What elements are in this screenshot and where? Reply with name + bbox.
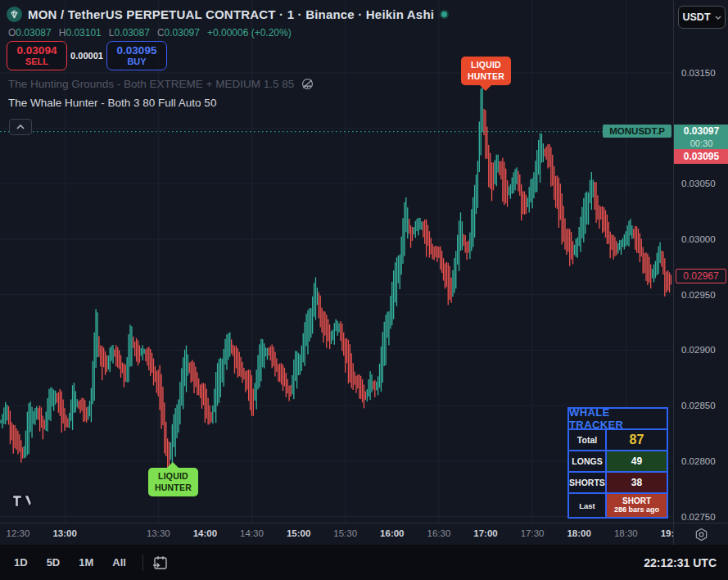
time-tick-container: 12:3013:0013:3014:0014:3015:0015:3016:00… bbox=[0, 523, 673, 546]
last-value: SHORT 286 bars ago bbox=[607, 494, 667, 517]
whale-tracker-panel[interactable]: WHALE TRACKER Total 87 LONGS 49 SHORTS 3… bbox=[567, 407, 668, 519]
sell-price: 0.03094 bbox=[17, 44, 57, 57]
last-bars-ago: 286 bars ago bbox=[614, 506, 659, 514]
callout-line: LIQUID bbox=[155, 471, 192, 483]
callout-line: HUNTER bbox=[468, 71, 504, 83]
sell-label: SELL bbox=[25, 57, 48, 67]
alert-price-label[interactable]: 0.02967 bbox=[676, 269, 726, 283]
close-value: 0.03097 bbox=[165, 27, 200, 39]
hexagon-settings-icon bbox=[694, 528, 708, 541]
eye-slash-icon[interactable] bbox=[301, 78, 314, 90]
table-row: Total 87 bbox=[569, 430, 667, 451]
tradingview-logo-icon[interactable] bbox=[11, 492, 35, 514]
buy-price: 0.03095 bbox=[117, 44, 157, 57]
chart-plot-area[interactable]: MON / TetherUS PERPETUAL CONTRACT · 1 · … bbox=[0, 0, 673, 523]
last-direction: SHORT bbox=[622, 497, 651, 506]
last-price-label[interactable]: 0.03097 00:30 bbox=[674, 125, 728, 150]
table-row: SHORTS 38 bbox=[569, 473, 667, 494]
bottom-toolbar: 1D 5D 1M All 22:12:31 UTC bbox=[0, 545, 728, 580]
low-value: 0.03087 bbox=[114, 27, 149, 39]
sell-button[interactable]: 0.03094 SELL bbox=[7, 41, 67, 70]
price-tick: 0.02950 bbox=[681, 290, 716, 300]
price-tick: 0.02900 bbox=[681, 345, 716, 355]
buy-button[interactable]: 0.03095 BUY bbox=[106, 41, 167, 70]
price-tick: 0.02750 bbox=[681, 512, 716, 522]
last-label: Last bbox=[569, 494, 607, 517]
time-tick: 19:00 bbox=[661, 528, 673, 538]
clock-utc[interactable]: 22:12:31 UTC bbox=[644, 556, 717, 569]
table-row: Last SHORT 286 bars ago bbox=[569, 494, 667, 517]
last-price-value: 0.03097 bbox=[674, 125, 728, 138]
collapse-legend-button[interactable] bbox=[9, 119, 32, 135]
indicator-legend-whale-hunter[interactable]: The Whale Hunter - Both 3 80 Full Auto 5… bbox=[8, 97, 216, 109]
price-axis[interactable]: USDT 0.031500.031000.030500.030000.02950… bbox=[673, 0, 728, 523]
callout-line: HUNTER bbox=[155, 483, 192, 494]
buy-label: BUY bbox=[127, 57, 146, 67]
axis-settings-button[interactable] bbox=[673, 523, 728, 546]
change-value: +0.00006 (+0.20%) bbox=[207, 27, 292, 39]
time-tick: 16:30 bbox=[427, 528, 451, 538]
spread-value: 0.00001 bbox=[67, 51, 106, 61]
time-tick: 14:30 bbox=[240, 528, 264, 538]
open-value: 0.03087 bbox=[16, 27, 51, 39]
time-tick: 18:30 bbox=[614, 528, 638, 538]
price-tick: 0.02800 bbox=[681, 456, 716, 466]
time-tick: 18:00 bbox=[567, 528, 590, 538]
callout-line: LIQUID bbox=[468, 60, 504, 71]
table-row: LONGS 49 bbox=[569, 451, 667, 473]
indicator-legend-hunting-grounds[interactable]: The Hunting Grounds - Both EXTREME + MED… bbox=[8, 78, 314, 90]
symbol-price-tag[interactable]: MONUSDT.P bbox=[603, 125, 671, 138]
trade-buttons: 0.03094 SELL 0.00001 0.03095 BUY bbox=[7, 41, 167, 70]
price-tick: 0.03000 bbox=[681, 234, 716, 244]
shorts-label: SHORTS bbox=[569, 473, 607, 492]
time-tick: 16:00 bbox=[380, 528, 404, 538]
bar-countdown: 00:30 bbox=[674, 138, 728, 150]
time-tick: 14:00 bbox=[193, 528, 217, 538]
liquid-hunter-callout-bottom[interactable]: LIQUID HUNTER bbox=[148, 468, 198, 496]
symbol-title[interactable]: MON / TetherUS PERPETUAL CONTRACT · 1 · … bbox=[28, 7, 434, 21]
total-value: 87 bbox=[607, 430, 667, 450]
price-tick: 0.02850 bbox=[681, 401, 716, 410]
go-to-date-button[interactable] bbox=[151, 554, 170, 572]
range-button-all[interactable]: All bbox=[106, 552, 133, 573]
time-tick: 15:00 bbox=[287, 528, 310, 538]
longs-label: LONGS bbox=[569, 451, 607, 471]
range-button-5d[interactable]: 5D bbox=[40, 552, 67, 573]
chevron-down-icon bbox=[715, 16, 721, 20]
close-key: C bbox=[157, 27, 165, 39]
liquid-hunter-callout-top[interactable]: LIQUID HUNTER bbox=[461, 57, 511, 85]
price-tick: 0.03050 bbox=[681, 179, 716, 188]
total-label: Total bbox=[569, 430, 607, 450]
trading-app-window: MON / TetherUS PERPETUAL CONTRACT · 1 · … bbox=[0, 0, 728, 580]
range-button-1m[interactable]: 1M bbox=[72, 552, 100, 573]
time-tick: 15:30 bbox=[333, 528, 357, 538]
currency-dropdown-button[interactable]: USDT bbox=[678, 6, 726, 29]
high-value: 0.03101 bbox=[66, 27, 101, 39]
currency-label: USDT bbox=[682, 11, 710, 23]
symbol-logo-icon bbox=[7, 7, 22, 22]
time-axis[interactable]: 12:3013:0013:3014:0014:3015:0015:3016:00… bbox=[0, 523, 728, 545]
market-status-dot-icon[interactable] bbox=[440, 10, 449, 19]
symbol-header[interactable]: MON / TetherUS PERPETUAL CONTRACT · 1 · … bbox=[7, 7, 449, 22]
calendar-arrow-icon bbox=[151, 554, 170, 572]
time-tick: 13:00 bbox=[52, 528, 76, 538]
time-tick: 17:00 bbox=[473, 528, 497, 538]
ask-price-label[interactable]: 0.03095 bbox=[674, 149, 728, 164]
time-tick: 17:30 bbox=[521, 528, 545, 538]
time-tick: 13:30 bbox=[147, 528, 170, 538]
ohlc-legend: O0.03087 H0.03101 L0.03087 C0.03097 +0.0… bbox=[8, 27, 292, 39]
divider bbox=[142, 555, 143, 571]
range-button-1d[interactable]: 1D bbox=[7, 552, 34, 573]
longs-value: 49 bbox=[607, 451, 667, 471]
whale-tracker-title: WHALE TRACKER bbox=[569, 409, 667, 430]
open-key: O bbox=[8, 27, 16, 39]
shorts-value: 38 bbox=[607, 473, 667, 492]
indicator-label[interactable]: The Hunting Grounds - Both EXTREME + MED… bbox=[8, 78, 294, 90]
time-tick: 12:30 bbox=[7, 528, 30, 538]
indicator-label[interactable]: The Whale Hunter - Both 3 80 Full Auto 5… bbox=[8, 97, 216, 109]
price-tick: 0.03150 bbox=[681, 68, 716, 78]
